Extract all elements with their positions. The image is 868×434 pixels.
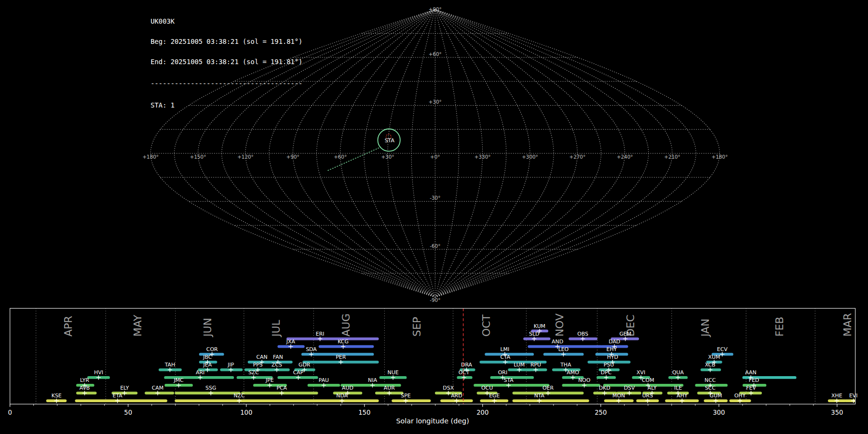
sky-longitude-label: +210° — [664, 154, 680, 160]
shower-peak-marker — [533, 367, 538, 372]
shower-label: AND — [552, 339, 563, 345]
sky-pole-label: +90° — [429, 6, 442, 12]
shower-label: STA — [504, 377, 514, 383]
shower-label: PCA — [276, 385, 287, 391]
shower-peak-marker — [229, 367, 233, 372]
month-label: JUL — [270, 320, 282, 338]
x-tick-label: 350 — [831, 409, 843, 416]
shower-label: MON — [612, 393, 625, 399]
shower-peak-marker — [720, 352, 724, 356]
shower-label: JBC — [203, 354, 212, 360]
shower-label: GEM — [619, 331, 631, 337]
shower-label: ZCS — [271, 362, 282, 368]
sky-longitude-label: +0° — [430, 154, 440, 160]
month-label: FEB — [773, 317, 786, 337]
sky-longitude-label: +270° — [570, 154, 586, 160]
shower-label: XUM — [708, 354, 720, 360]
shower-peak-marker — [96, 375, 101, 380]
shower-label: QUA — [672, 369, 684, 376]
shower-label: NUE — [388, 369, 399, 376]
station-label: STA — [385, 137, 395, 144]
shower-peak-marker — [341, 344, 345, 349]
x-tick-label: 300 — [713, 409, 725, 416]
shower-label: XVI — [637, 369, 645, 376]
shower-label: DAD — [609, 339, 620, 345]
shower-peak-marker — [645, 399, 650, 403]
shower-label: OCT — [459, 369, 470, 376]
shower-label: CTA — [500, 354, 510, 360]
month-label: JUN — [202, 318, 214, 338]
sky-longitude-label: +330° — [475, 154, 491, 160]
sky-longitude-label: +150° — [190, 154, 206, 160]
shower-label: LUM — [514, 362, 525, 368]
plot-canvas: +180°+150°+120°+90°+60°+30°+0°+330°+300°… — [0, 0, 868, 434]
shower-label: ETA — [113, 393, 123, 399]
shower-peak-marker — [454, 399, 459, 403]
shower-peak-marker — [176, 383, 181, 387]
shower-label: DSX — [443, 385, 454, 391]
shower-peak-marker — [155, 391, 160, 395]
shower-label: CAN — [256, 354, 267, 360]
shower-peak-marker — [738, 399, 742, 403]
sky-latitude-label: +30° — [429, 99, 442, 105]
shower-label: ILE — [674, 385, 682, 391]
shower-peak-marker — [581, 337, 585, 341]
shower-peak-marker — [168, 367, 172, 372]
beg-timestamp: Beg: 20251005 03:38:21 (sol = 191.81°) — [150, 39, 302, 45]
shower-peak-marker — [537, 399, 542, 403]
month-label: JAN — [699, 319, 711, 338]
month-label: NOV — [554, 313, 566, 337]
shower-label: SSG — [205, 385, 216, 391]
sky-latitude-label: -30° — [430, 195, 440, 201]
shower-label: XCB — [705, 362, 716, 368]
x-tick-label: 150 — [358, 409, 370, 416]
shower-label: URS — [642, 393, 653, 399]
sky-longitude-label: +240° — [617, 154, 633, 160]
x-tick-label: 250 — [595, 409, 607, 416]
shower-label: SPE — [401, 393, 410, 399]
sky-pole-label: -90° — [430, 297, 440, 303]
shower-label: SDA — [306, 346, 317, 353]
shower-peak-marker — [340, 399, 344, 403]
shower-peak-marker — [54, 399, 59, 403]
shower-label: OHY — [734, 393, 746, 399]
shower-label: JXA — [286, 339, 296, 345]
shower-label: FED — [749, 377, 760, 383]
shower-peak-marker — [251, 375, 256, 380]
shower-label: ARD — [451, 393, 462, 399]
month-label: MAR — [841, 313, 854, 337]
shower-peak-marker — [708, 367, 712, 372]
shower-peak-marker — [387, 391, 392, 395]
shower-peak-marker — [370, 383, 375, 387]
shower-label: EGE — [489, 393, 500, 399]
shower-peak-marker — [517, 367, 521, 372]
shower-label: AUD — [342, 385, 353, 391]
sky-grid-line — [435, 10, 696, 298]
radiant-plot-stage: +180°+150°+120°+90°+60°+30°+0°+330°+300°… — [0, 0, 868, 434]
shower-label: PAU — [319, 377, 329, 383]
x-tick-label: 200 — [476, 409, 488, 416]
shower-label: DSV — [624, 385, 635, 391]
shower-label: FEV — [746, 385, 756, 391]
month-label: APR — [62, 316, 74, 337]
shower-peak-marker — [318, 337, 322, 341]
shower-peak-marker — [122, 391, 127, 395]
station-count: STA: 1 — [150, 102, 302, 108]
sky-latitude-label: +60° — [429, 51, 442, 57]
shower-label: COR — [206, 346, 218, 353]
shower-label: DPC — [601, 369, 612, 376]
shower-label: CAP — [293, 369, 304, 376]
shower-label: JIP — [227, 362, 234, 368]
shower-peak-marker — [209, 391, 213, 395]
shower-label: COM — [642, 377, 654, 383]
shower-peak-marker — [714, 399, 718, 403]
shower-peak-marker — [82, 391, 87, 395]
shower-label: JMC — [173, 377, 184, 383]
shower-label: SLD — [529, 331, 539, 337]
shower-label: TAH — [164, 362, 175, 368]
shower-label: ARI — [196, 369, 204, 376]
shower-label: AVB — [80, 385, 90, 391]
shower-peak-marker — [237, 399, 241, 403]
shower-peak-marker — [570, 375, 575, 380]
info-header: UK003K Beg: 20251005 03:38:21 (sol = 191… — [150, 4, 302, 122]
